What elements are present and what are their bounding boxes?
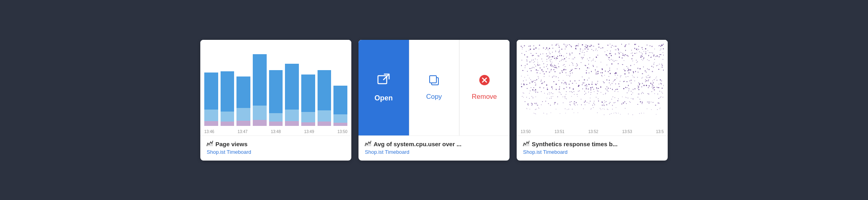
scatter-dot <box>634 53 636 54</box>
scatter-dot <box>604 114 604 115</box>
bar-group <box>269 44 283 126</box>
scatter-dot <box>551 98 552 99</box>
scatter-dot <box>521 76 522 76</box>
scatter-dot <box>531 60 532 61</box>
scatter-dot <box>657 65 658 66</box>
scatter-dot <box>579 68 580 69</box>
scatter-dot <box>565 45 566 46</box>
scatter-dot <box>637 88 639 89</box>
scatter-dot <box>624 69 625 70</box>
scatter-dot <box>585 100 586 101</box>
scatter-dot <box>552 88 553 90</box>
scatter-dot <box>538 78 539 78</box>
scatter-dot <box>608 88 609 89</box>
scatter-dot <box>529 78 530 78</box>
scatter-dot <box>544 81 545 82</box>
remove-action[interactable]: Remove <box>459 40 510 135</box>
scatter-dot <box>632 75 633 76</box>
scatter-dot <box>600 108 601 109</box>
scatter-dot <box>569 65 570 66</box>
scatter-dot <box>539 87 541 88</box>
scatter-dot <box>549 48 550 49</box>
scatter-dot <box>538 76 539 77</box>
scatter-dot <box>653 67 654 67</box>
scatter-dot <box>587 51 587 52</box>
scatter-dot <box>660 46 661 47</box>
scatter-dot <box>651 66 652 67</box>
scatter-dot <box>552 56 553 57</box>
scatter-dot <box>655 78 656 78</box>
area-chart-icon-1 <box>207 141 213 147</box>
scatter-dot <box>566 91 567 92</box>
scatter-dot <box>611 113 612 114</box>
scatter-dot <box>610 73 611 74</box>
scatter-dot <box>535 109 536 110</box>
scatter-dot <box>649 94 649 94</box>
open-button[interactable]: Open <box>358 40 409 135</box>
scatter-dot <box>659 103 659 104</box>
scatter-dot <box>533 98 533 98</box>
scatter-dot <box>626 87 628 88</box>
scatter-dot <box>608 59 609 60</box>
scatter-dot <box>594 101 595 102</box>
scatter-dot <box>637 72 639 73</box>
scatter-dot <box>546 59 547 60</box>
scatter-dot <box>651 109 652 110</box>
scatter-dot <box>565 108 566 109</box>
scatter-dot <box>626 66 627 67</box>
scatter-dot <box>607 55 608 57</box>
scatter-dot <box>610 84 611 86</box>
x-label: 13:49 <box>304 129 314 134</box>
scatter-dot <box>660 54 661 55</box>
scatter-dot <box>649 85 650 86</box>
scatter-dot <box>612 60 613 61</box>
scatter-dot <box>615 46 616 47</box>
scatter-dot <box>647 75 648 76</box>
scatter-dot <box>533 59 534 60</box>
scatter-dot <box>527 61 527 62</box>
scatter-dot <box>570 105 571 106</box>
scatter-dot <box>579 53 580 55</box>
scatter-dot <box>615 102 616 103</box>
scatter-dot <box>589 103 589 104</box>
scatter-dot <box>610 51 611 51</box>
scatter-dot <box>578 86 579 87</box>
scatter-dot <box>551 69 552 70</box>
scatter-dot <box>535 66 536 67</box>
scatter-x-label: 13:51 <box>554 129 564 134</box>
card-subtitle-2[interactable]: Shop.ist Timeboard <box>365 149 503 155</box>
scatter-dot <box>638 89 639 90</box>
scatter-dot <box>662 67 663 67</box>
scatter-dot <box>530 90 531 91</box>
card-subtitle-1[interactable]: Shop.ist Timeboard <box>207 149 345 155</box>
scatter-dot <box>548 58 549 59</box>
scatter-dot <box>592 105 593 106</box>
scatter-dot <box>583 108 584 109</box>
scatter-dot <box>570 75 570 76</box>
scatter-dot <box>565 69 566 71</box>
scatter-dot <box>592 82 593 82</box>
scatter-dot <box>597 55 599 56</box>
scatter-dot <box>528 103 529 104</box>
scatter-dot <box>660 50 661 51</box>
scatter-dot <box>661 64 662 65</box>
scatter-dot <box>584 94 585 95</box>
scatter-dot <box>661 80 662 81</box>
scatter-dot <box>631 98 632 99</box>
scatter-dot <box>597 71 599 72</box>
scatter-dot <box>598 73 599 74</box>
scatter-dot <box>552 52 553 53</box>
area-chart-icon-3 <box>523 141 529 147</box>
card-subtitle-3[interactable]: Shop.ist Timeboard <box>523 149 661 155</box>
scatter-dot <box>597 50 598 51</box>
scatter-dot <box>639 113 640 114</box>
scatter-dot <box>646 72 647 73</box>
scatter-dot <box>609 68 610 69</box>
scatter-dot <box>576 49 577 49</box>
copy-action[interactable]: Copy <box>409 40 459 135</box>
scatter-dot <box>586 84 587 85</box>
scatter-dot <box>633 98 634 99</box>
scatter-dot <box>583 57 584 58</box>
scatter-dot <box>588 64 589 65</box>
bar-segment-purple <box>333 123 347 125</box>
